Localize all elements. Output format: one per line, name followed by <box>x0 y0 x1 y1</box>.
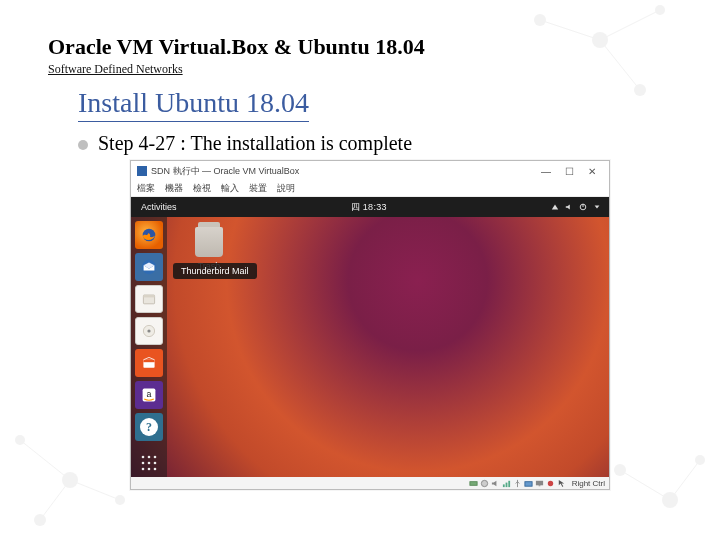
bullet-icon <box>78 140 88 150</box>
svg-line-7 <box>20 440 70 480</box>
menu-help[interactable]: 說明 <box>277 182 295 195</box>
svg-point-26 <box>147 329 150 332</box>
svg-text:a: a <box>147 389 152 399</box>
virtualbox-menubar: 檔案 機器 檢視 輸入 裝置 說明 <box>131 181 609 197</box>
menu-machine[interactable]: 機器 <box>165 182 183 195</box>
statusbar-display-icon <box>535 479 544 488</box>
svg-point-10 <box>15 435 25 445</box>
svg-point-32 <box>148 456 151 459</box>
ubuntu-dock: a ? <box>131 217 167 477</box>
svg-point-11 <box>62 472 78 488</box>
svg-rect-46 <box>536 480 543 485</box>
firefox-icon[interactable] <box>135 221 163 249</box>
help-icon[interactable]: ? <box>135 413 163 441</box>
close-button[interactable]: ✕ <box>581 164 603 178</box>
power-icon <box>579 203 587 211</box>
minimize-button[interactable]: — <box>535 164 557 178</box>
amazon-icon[interactable]: a <box>135 381 163 409</box>
statusbar-hdd-icon <box>469 479 478 488</box>
svg-line-15 <box>670 460 700 500</box>
statusbar-usb-icon <box>513 479 522 488</box>
svg-rect-42 <box>503 484 505 487</box>
dock-tooltip: Thunderbird Mail <box>173 263 257 279</box>
svg-rect-44 <box>508 480 510 486</box>
menu-input[interactable]: 輸入 <box>221 182 239 195</box>
rhythmbox-icon[interactable] <box>135 317 163 345</box>
virtualbox-statusbar: Right Ctrl <box>131 477 609 489</box>
volume-icon <box>565 203 573 211</box>
svg-point-13 <box>115 495 125 505</box>
svg-point-38 <box>148 468 151 471</box>
virtualbox-app-icon <box>137 166 147 176</box>
svg-point-18 <box>695 455 705 465</box>
slide-subtitle: Software Defined Networks <box>48 62 672 77</box>
svg-rect-43 <box>505 482 507 487</box>
svg-line-14 <box>620 470 670 500</box>
step-text: Step 4-27 : The installation is complete <box>78 132 672 155</box>
slide-title: Oracle VM Virtual.Box & Ubuntu 18.04 <box>48 34 672 60</box>
svg-point-36 <box>154 462 157 465</box>
menu-file[interactable]: 檔案 <box>137 182 155 195</box>
statusbar-audio-icon <box>491 479 500 488</box>
system-tray[interactable] <box>551 203 609 211</box>
svg-point-31 <box>142 456 145 459</box>
dropdown-icon <box>593 203 601 211</box>
statusbar-network-icon <box>502 479 511 488</box>
statusbar-mouse-icon <box>557 479 566 488</box>
virtualbox-window: SDN 執行中 — Oracle VM VirtualBox — ☐ ✕ 檔案 … <box>130 160 610 490</box>
trash-icon <box>195 227 223 257</box>
svg-point-33 <box>154 456 157 459</box>
svg-point-34 <box>142 462 145 465</box>
gnome-top-bar: Activities 四 18:33 <box>131 197 609 217</box>
clock[interactable]: 四 18:33 <box>187 201 551 214</box>
svg-point-16 <box>614 464 626 476</box>
svg-rect-28 <box>143 360 154 362</box>
svg-point-12 <box>34 514 46 526</box>
activities-button[interactable]: Activities <box>131 202 187 212</box>
svg-rect-47 <box>538 485 540 486</box>
virtualbox-titlebar[interactable]: SDN 執行中 — Oracle VM VirtualBox — ☐ ✕ <box>131 161 609 181</box>
svg-line-8 <box>40 480 70 520</box>
statusbar-recording-icon <box>546 479 555 488</box>
svg-point-39 <box>154 468 157 471</box>
statusbar-optical-icon <box>480 479 489 488</box>
svg-rect-45 <box>525 481 532 486</box>
files-icon[interactable] <box>135 285 163 313</box>
menu-devices[interactable]: 裝置 <box>249 182 267 195</box>
menu-view[interactable]: 檢視 <box>193 182 211 195</box>
svg-point-17 <box>662 492 678 508</box>
step-label: Step 4-27 : The installation is complete <box>98 132 412 154</box>
svg-point-35 <box>148 462 151 465</box>
virtualbox-window-title: SDN 執行中 — Oracle VM VirtualBox <box>151 165 299 178</box>
svg-point-41 <box>481 480 487 486</box>
thunderbird-icon[interactable] <box>135 253 163 281</box>
software-icon[interactable] <box>135 349 163 377</box>
network-icon <box>551 203 559 211</box>
ubuntu-desktop[interactable]: Activities 四 18:33 a ? Trash <box>131 197 609 477</box>
svg-line-9 <box>70 480 120 500</box>
show-applications-button[interactable] <box>135 449 163 477</box>
svg-point-37 <box>142 468 145 471</box>
section-heading: Install Ubuntu 18.04 <box>78 87 309 122</box>
svg-rect-40 <box>470 481 477 485</box>
maximize-button[interactable]: ☐ <box>558 164 580 178</box>
statusbar-shared-icon <box>524 479 533 488</box>
svg-point-48 <box>547 480 552 485</box>
statusbar-hostkey: Right Ctrl <box>568 479 605 488</box>
svg-rect-24 <box>143 295 154 297</box>
